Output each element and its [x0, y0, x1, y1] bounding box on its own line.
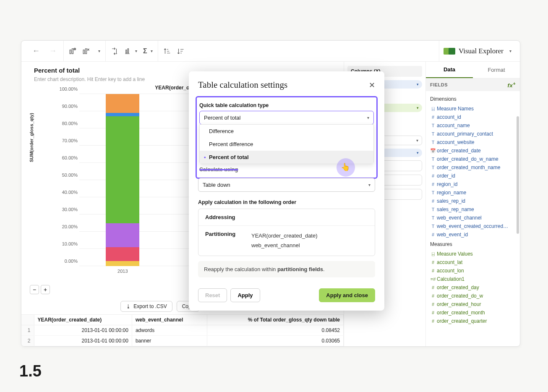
field-name: region_name: [437, 190, 466, 196]
field-name: order_created_do_w_name: [437, 156, 498, 162]
table-cell: 0.03065: [207, 336, 344, 346]
dropdown-option[interactable]: Percent difference: [200, 138, 373, 151]
field-row[interactable]: Tweb_event_created_occurred…: [426, 222, 520, 230]
swap-icon[interactable]: [111, 47, 118, 55]
partitioning-label: Partitioning: [205, 231, 251, 251]
field-type-icon: T: [430, 190, 436, 195]
field-row[interactable]: Taccount_name: [426, 121, 520, 130]
field-row[interactable]: #sales_rep_id: [426, 197, 520, 205]
field-row[interactable]: #account_id: [426, 113, 520, 121]
table-header[interactable]: web_event_channel: [132, 315, 207, 325]
add-chart-icon[interactable]: [69, 47, 76, 55]
table-header[interactable]: % of Total order_gloss_qty down table: [207, 315, 344, 325]
fit-icon[interactable]: ▾: [124, 47, 137, 55]
field-name: order_created_day: [437, 285, 479, 290]
chart-menu-caret[interactable]: ▾: [98, 49, 100, 53]
sort-desc-icon[interactable]: [177, 47, 184, 55]
field-row[interactable]: =#Calculation1: [426, 275, 520, 283]
field-row[interactable]: Torder_created_month_name: [426, 163, 520, 172]
field-type-icon: #: [430, 232, 436, 237]
data-table: YEAR(order_created_date)web_event_channe…: [21, 314, 344, 346]
partitioning-values: YEAR(order_created_date)web_event_channe…: [251, 231, 318, 251]
hint-box: Reapply the calculation within partition…: [198, 261, 375, 277]
field-row[interactable]: Tweb_event_channel: [426, 214, 520, 222]
back-button[interactable]: ←: [31, 47, 42, 55]
field-type-icon: ⌸: [430, 106, 436, 111]
quick-calc-dropdown: DifferencePercent differencePercent of t…: [199, 124, 374, 164]
field-row[interactable]: #order_id: [426, 172, 520, 180]
field-type-icon: T: [430, 131, 436, 136]
sort-asc-icon[interactable]: [163, 47, 171, 55]
bar[interactable]: [106, 94, 139, 266]
bar-segment[interactable]: [106, 247, 139, 261]
field-name: web_event_created_occurred…: [437, 223, 508, 229]
row-number: 1: [21, 325, 34, 336]
close-icon[interactable]: ✕: [369, 81, 375, 90]
y-tick: 0.00%: [42, 259, 78, 264]
nav-group: ← →: [26, 41, 64, 61]
field-row[interactable]: ⌸Measure Values: [426, 250, 520, 258]
sigma-icon[interactable]: Σ▾: [143, 47, 153, 55]
field-type-icon: #: [430, 310, 436, 315]
bar-segment[interactable]: [106, 94, 139, 113]
remove-chart-icon[interactable]: [82, 47, 90, 55]
forward-button[interactable]: →: [47, 47, 58, 55]
bar-segment[interactable]: [106, 261, 139, 266]
field-name: account_lat: [437, 259, 462, 265]
field-row[interactable]: 📅order_created_date: [426, 146, 520, 155]
field-name: order_created_do_w: [437, 293, 483, 299]
field-name: order_created_quarter: [437, 318, 487, 324]
reset-button[interactable]: Reset: [198, 288, 227, 302]
bar-segment[interactable]: [106, 116, 139, 223]
field-row[interactable]: #account_lon: [426, 267, 520, 275]
bar-segment[interactable]: [106, 223, 139, 247]
field-row[interactable]: Taccount_primary_contact: [426, 130, 520, 138]
table-cell: 0.08452: [207, 325, 344, 336]
add-calculation-icon[interactable]: fx+: [508, 81, 516, 89]
field-row[interactable]: #region_id: [426, 180, 520, 188]
field-row[interactable]: #order_created_month: [426, 308, 520, 317]
field-row[interactable]: #order_created_day: [426, 283, 520, 292]
table-header[interactable]: YEAR(order_created_date): [34, 315, 132, 325]
field-row[interactable]: Taccount_website: [426, 138, 520, 146]
sort-group: [158, 41, 439, 61]
field-row[interactable]: ⌸Measure Names: [426, 105, 520, 113]
apply-button[interactable]: Apply: [230, 288, 260, 302]
field-type-icon: #: [430, 260, 436, 265]
field-row[interactable]: #order_created_hour: [426, 300, 520, 308]
y-tick: 100.00%: [42, 86, 78, 91]
zoom-out-button[interactable]: −: [30, 285, 39, 294]
field-name: account_id: [437, 114, 461, 120]
field-type-icon: =#: [430, 277, 436, 282]
bar-segment[interactable]: [106, 113, 139, 116]
export-csv-button[interactable]: ⭳Export to .CSV: [120, 301, 172, 312]
quick-calc-select[interactable]: Percent of total▾: [199, 111, 374, 125]
field-row[interactable]: #web_event_id: [426, 230, 520, 239]
table-cell: banner: [132, 336, 207, 346]
field-type-icon: T: [430, 123, 436, 128]
field-name: web_event_id: [437, 232, 468, 238]
y-axis-label: SUM(order_gloss_qty): [29, 112, 34, 162]
dropdown-option[interactable]: Percent of total: [200, 151, 373, 164]
field-name: order_created_month_name: [437, 165, 500, 170]
tab-format[interactable]: Format: [473, 62, 520, 78]
svg-rect-1: [72, 49, 73, 54]
svg-rect-0: [70, 50, 71, 54]
calc-using-select[interactable]: Table down▾: [198, 178, 375, 192]
field-type-icon: #: [430, 302, 436, 307]
visual-explorer-label[interactable]: Visual Explorer ▾: [439, 47, 516, 55]
field-name: web_event_channel: [437, 215, 482, 221]
apply-close-button[interactable]: Apply and close: [319, 288, 375, 302]
field-row[interactable]: #order_created_quarter: [426, 317, 520, 325]
field-row[interactable]: Torder_created_do_w_name: [426, 155, 520, 163]
field-row[interactable]: Tsales_rep_name: [426, 205, 520, 214]
field-row[interactable]: #order_created_do_w: [426, 292, 520, 300]
x-tick: 2013: [81, 266, 164, 274]
field-row[interactable]: #account_lat: [426, 258, 520, 267]
zoom-in-button[interactable]: +: [41, 285, 50, 294]
table-cell: adwords: [132, 325, 207, 336]
dropdown-option[interactable]: Difference: [200, 125, 373, 138]
ve-caret-icon[interactable]: ▾: [509, 49, 511, 53]
field-row[interactable]: Tregion_name: [426, 188, 520, 197]
tab-data[interactable]: Data: [426, 62, 473, 78]
